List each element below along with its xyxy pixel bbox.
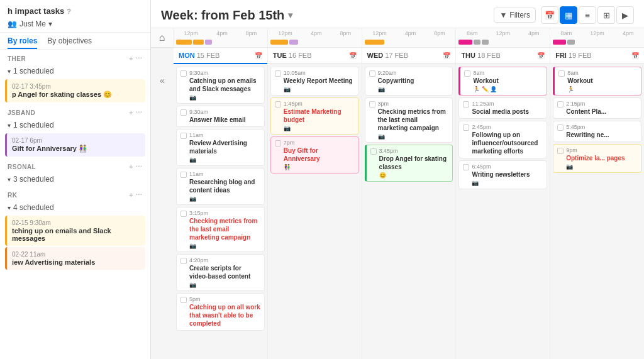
home-icon[interactable]: ⌂	[159, 32, 165, 43]
event-card-3-2[interactable]: 2:45pmFollowing up on influencer/outsour…	[458, 121, 547, 158]
task-checkbox[interactable]	[275, 140, 281, 146]
event-card-4-0[interactable]: 8amWorkout🏃	[553, 67, 641, 96]
event-card-0-3[interactable]: 11amResearching blog and content ideas📷	[176, 168, 265, 205]
task-name: Gift for Anniversary 👫	[12, 145, 140, 153]
filter-button[interactable]: ▼ Filters	[494, 8, 536, 23]
task-checkbox[interactable]	[369, 70, 375, 77]
event-card-0-1[interactable]: 9:30amAnswer Mike email	[176, 106, 265, 127]
left-sections: THER+ ⋯▾1 scheduled02-17 3:45pmp Angel f…	[0, 50, 150, 271]
view-calendar-icon[interactable]: 📅	[541, 6, 558, 24]
view-more-icon[interactable]: ▶	[616, 6, 634, 24]
left-panel: h impact tasks ? 👥 Just Me ▾ By roles By…	[0, 0, 151, 359]
day-name-0: MON 15 FEB	[179, 52, 219, 59]
scheduled-row-3[interactable]: ▾4 scheduled	[0, 202, 150, 214]
task-checkbox[interactable]	[557, 124, 564, 131]
checkbox-row-2-0: 9:20amCopywriting📷	[369, 70, 449, 92]
task-card-3-0[interactable]: 02-15 9:30amtching up on emails and Slac…	[5, 216, 145, 246]
event-name: Workout	[567, 77, 592, 85]
task-checkbox[interactable]	[369, 101, 375, 108]
view-list-icon[interactable]: ≡	[579, 6, 596, 24]
time-col-4: 8am12pm4pm	[550, 28, 644, 47]
event-time: 10:05am	[284, 70, 353, 76]
event-card-1-1[interactable]: 1:45pmEstimate Marketing budget📷	[270, 97, 359, 135]
scheduled-row-2[interactable]: ▾3 scheduled	[0, 174, 150, 186]
event-card-0-2[interactable]: 11amReview Advertising materials📷	[176, 129, 265, 166]
task-checkbox[interactable]	[463, 164, 469, 170]
task-checkbox[interactable]	[557, 101, 564, 108]
task-checkbox[interactable]	[180, 133, 187, 139]
help-icon[interactable]: ?	[67, 8, 71, 15]
day-name-3: THU 18 FEB	[461, 52, 500, 59]
task-checkbox[interactable]	[180, 258, 187, 264]
calendar-icon-3[interactable]: 📅	[537, 52, 545, 59]
task-name: tching up on emails and Slack messages	[12, 227, 140, 242]
time-col-1: 12pm4pm8pm	[268, 28, 362, 47]
event-card-0-4[interactable]: 3:15pmChecking metrics from the last ema…	[176, 207, 265, 252]
section-icons[interactable]: + ⋯	[129, 55, 143, 63]
task-checkbox[interactable]	[558, 70, 565, 77]
time-tick-cols: 12pm4pm8pm12pm4pm8pm12pm4pm8pm8am12pm4pm…	[174, 28, 644, 47]
event-card-4-1[interactable]: 2:15pmContent Pla...	[553, 97, 641, 119]
event-card-2-1[interactable]: 3pmChecking metrics from the last email …	[365, 97, 453, 143]
task-checkbox[interactable]	[275, 70, 281, 77]
task-card-1-0[interactable]: 02-17 6pmGift for Anniversary 👫	[5, 133, 145, 157]
view-week-icon[interactable]: ▦	[560, 6, 577, 24]
section-title: RK	[8, 192, 17, 199]
task-checkbox[interactable]	[180, 172, 187, 178]
event-card-2-2[interactable]: 3:45pmDrop Angel for skating classes😊	[365, 145, 453, 182]
time-col-3: 8am12pm4pm	[456, 28, 550, 47]
event-card-0-0[interactable]: 9:30amCatching up on emails and Slack me…	[176, 67, 265, 104]
calendar-icon-4[interactable]: 📅	[631, 52, 639, 59]
scheduled-row-0[interactable]: ▾1 scheduled	[0, 65, 150, 78]
task-checkbox[interactable]	[180, 109, 187, 116]
task-checkbox[interactable]	[370, 148, 377, 155]
event-card-0-6[interactable]: 5pmCatching up on all work that wasn't a…	[176, 293, 265, 331]
calendar-icon-1[interactable]: 📅	[349, 52, 357, 59]
task-checkbox[interactable]	[464, 70, 470, 77]
task-checkbox[interactable]	[180, 297, 187, 303]
event-icons: 📷	[472, 180, 530, 186]
calendar-icon-0[interactable]: 📅	[255, 52, 262, 59]
calendar-icon-2[interactable]: 📅	[443, 52, 450, 59]
task-card-3-1[interactable]: 02-22 11amiew Advertising materials	[5, 247, 145, 270]
event-inner: 3:45pmDrop Angel for skating classes😊	[379, 148, 449, 179]
event-card-1-2[interactable]: 7pmBuy Gift for Anniversary👫	[270, 136, 359, 174]
timeline-bar	[482, 40, 489, 45]
section-icons[interactable]: + ⋯	[129, 109, 143, 117]
section-icons[interactable]: + ⋯	[129, 163, 143, 171]
event-inner: 9pmOptimize la... pages📷	[566, 147, 625, 170]
view-grid-icon[interactable]: ⊞	[597, 6, 615, 24]
event-card-4-3[interactable]: 9pmOptimize la... pages📷	[553, 144, 641, 173]
event-card-4-2[interactable]: 5:45pmRewriting ne...	[553, 121, 641, 142]
event-inner: 6:45pmWriting newsletters📷	[472, 163, 530, 186]
filter-user[interactable]: 👥 Just Me ▾	[8, 19, 143, 28]
event-card-0-5[interactable]: 4:20pmCreate scripts for video-based con…	[176, 254, 265, 291]
task-checkbox[interactable]	[180, 70, 187, 77]
tick-label: 8pm	[340, 30, 352, 36]
event-card-3-3[interactable]: 6:45pmWriting newsletters📷	[458, 160, 547, 189]
event-card-1-0[interactable]: 10:05amWeekly Report Meeting📷	[270, 67, 359, 96]
event-name: Weekly Report Meeting	[284, 77, 353, 85]
event-card-3-1[interactable]: 11:25amSocial media posts	[458, 97, 547, 119]
event-inner: 10:05amWeekly Report Meeting📷	[284, 70, 353, 92]
event-inner: 9:30amCatching up on emails and Slack me…	[189, 70, 260, 101]
scheduled-row-1[interactable]: ▾1 scheduled	[0, 119, 150, 132]
event-card-2-0[interactable]: 9:20amCopywriting📷	[365, 67, 453, 96]
checkbox-row-4-3: 9pmOptimize la... pages📷	[557, 147, 637, 170]
task-checkbox[interactable]	[463, 124, 469, 131]
day-column-4: FRI 19 FEB📅8amWorkout🏃2:15pmContent Pla.…	[550, 48, 644, 359]
section-icons[interactable]: + ⋯	[129, 191, 143, 199]
task-checkbox[interactable]	[275, 101, 281, 108]
event-card-3-0[interactable]: 8amWorkout🏃 ✏️ 👤	[458, 67, 547, 96]
day-name-2: WED 17 FEB	[367, 52, 408, 59]
tab-by-roles[interactable]: By roles	[8, 36, 37, 49]
task-checkbox[interactable]	[557, 148, 564, 154]
event-name: Catching up on all work that wasn't able…	[189, 303, 260, 328]
chevron-down-icon[interactable]: ▾	[288, 10, 292, 20]
task-checkbox[interactable]	[180, 211, 187, 217]
collapse-icon[interactable]: «	[157, 73, 167, 88]
task-checkbox[interactable]	[463, 101, 469, 108]
tab-by-objectives[interactable]: By objectives	[47, 36, 92, 49]
task-card-0-0[interactable]: 02-17 3:45pmp Angel for skating classes …	[5, 79, 145, 102]
event-time: 11am	[189, 171, 260, 177]
